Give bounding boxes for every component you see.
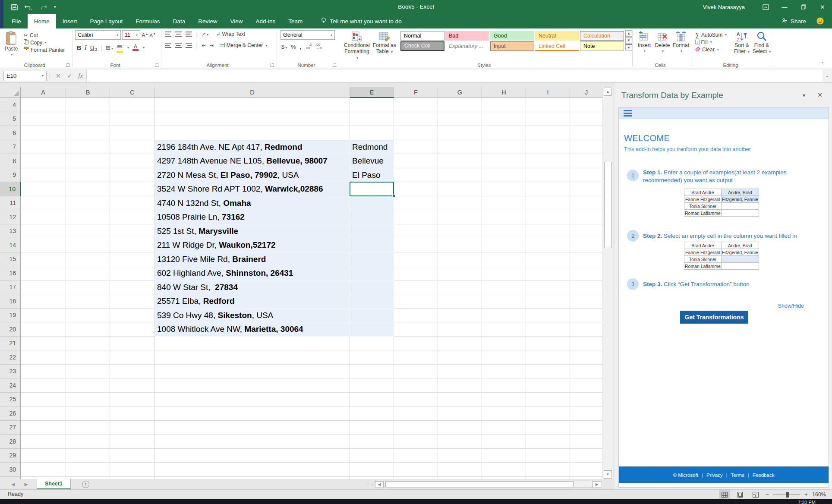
cell-D16[interactable]: 602 Highland Ave, Shinnston, 26431 — [155, 266, 350, 280]
show-hide-link[interactable]: Show/Hide — [778, 303, 804, 309]
cell-J18[interactable] — [570, 294, 602, 309]
increase-indent-icon[interactable]: ⇥ — [209, 43, 213, 48]
scroll-down-icon[interactable]: ▼ — [604, 470, 612, 479]
column-header-D[interactable]: D — [155, 87, 350, 98]
cell-A21[interactable] — [21, 337, 66, 351]
cell-B23[interactable] — [66, 365, 110, 379]
cell-E11[interactable] — [350, 196, 394, 211]
cell-J7[interactable] — [570, 140, 602, 154]
cell-H29[interactable] — [482, 449, 526, 463]
cell-H28[interactable] — [482, 435, 526, 449]
cell-E30[interactable] — [350, 463, 394, 477]
cell-I20[interactable] — [526, 322, 570, 337]
cell-E25[interactable] — [350, 393, 394, 407]
cell-D19[interactable]: 539 Co Hwy 48, Sikeston, USA — [155, 309, 350, 323]
menu-icon[interactable] — [624, 110, 632, 117]
borders-icon[interactable]: ⊞▾ — [106, 44, 113, 51]
cell-F13[interactable] — [394, 224, 438, 239]
cell-E4[interactable] — [350, 98, 394, 112]
column-header-E[interactable]: E — [350, 87, 394, 98]
cell-I4[interactable] — [526, 98, 570, 112]
cell-C26[interactable] — [110, 406, 155, 421]
cell-H21[interactable] — [482, 337, 526, 351]
cell-G12[interactable] — [438, 210, 482, 224]
cell-D26[interactable] — [155, 406, 350, 421]
align-bottom-icon[interactable] — [186, 32, 192, 37]
cell-J16[interactable] — [570, 266, 602, 280]
cell-J10[interactable] — [570, 182, 602, 196]
cell-E24[interactable] — [350, 378, 394, 393]
cell-F7[interactable] — [394, 140, 438, 154]
grow-font-icon[interactable]: A▲ — [142, 32, 148, 38]
column-header-G[interactable]: G — [438, 87, 482, 98]
cell-B10[interactable] — [66, 182, 110, 196]
row-header-4[interactable]: 4 — [0, 98, 21, 112]
cell-A22[interactable] — [21, 350, 66, 365]
cell-G16[interactable] — [438, 266, 482, 280]
cell-E12[interactable] — [350, 210, 394, 224]
row-header-28[interactable]: 28 — [0, 435, 21, 449]
cell-B28[interactable] — [66, 435, 110, 449]
select-all-corner[interactable] — [0, 87, 21, 98]
cancel-icon[interactable]: ✕ — [53, 72, 64, 79]
percent-style-icon[interactable]: % — [291, 44, 296, 50]
column-header-A[interactable]: A — [21, 87, 66, 98]
cell-E16[interactable] — [350, 266, 394, 280]
cut-button[interactable]: ✂Cut — [22, 32, 66, 39]
cell-D9[interactable]: 2720 N Mesa St, El Paso, 79902, USA — [155, 168, 350, 183]
align-center-icon[interactable] — [175, 43, 182, 48]
share-button[interactable]: Share — [782, 14, 806, 28]
cell-G25[interactable] — [438, 393, 482, 407]
cell-F15[interactable] — [394, 252, 438, 267]
sort-filter-button[interactable]: AZ Sort & Filter ▾ — [732, 30, 752, 55]
cell-G5[interactable] — [438, 112, 482, 126]
underline-button[interactable]: U▾ — [90, 44, 97, 51]
new-sheet-button[interactable]: + — [82, 481, 89, 488]
horizontal-scrollbar[interactable]: ◀ ▶ — [375, 481, 602, 488]
cell-D27[interactable] — [155, 421, 350, 435]
column-header-B[interactable]: B — [66, 87, 110, 98]
cell-I27[interactable] — [526, 421, 570, 435]
row-header-7[interactable]: 7 — [0, 140, 21, 154]
cell-B5[interactable] — [66, 112, 110, 126]
cell-D22[interactable] — [155, 350, 350, 365]
decrease-decimal-icon[interactable]: .00→.0 — [315, 43, 322, 50]
cell-D8[interactable]: 4297 148th Avenue NE L105, Bellevue, 980… — [155, 154, 350, 168]
tab-formulas[interactable]: Formulas — [129, 14, 166, 28]
cell-I24[interactable] — [526, 378, 570, 393]
footer-link-feedback[interactable]: Feedback — [753, 472, 775, 478]
cell-F12[interactable] — [394, 210, 438, 224]
cell-G17[interactable] — [438, 280, 482, 295]
cell-E17[interactable] — [350, 280, 394, 295]
comma-style-icon[interactable]: , — [300, 44, 302, 50]
row-header-15[interactable]: 15 — [0, 252, 21, 267]
row-header-14[interactable]: 14 — [0, 238, 21, 252]
cell-J24[interactable] — [570, 378, 602, 393]
cell-F25[interactable] — [394, 393, 438, 407]
cell-D14[interactable]: 211 W Ridge Dr, Waukon,52172 — [155, 238, 350, 252]
row-header-19[interactable]: 19 — [0, 309, 21, 323]
cell-C27[interactable] — [110, 421, 155, 435]
scroll-right-icon[interactable]: ▶ — [592, 481, 601, 487]
cell-I16[interactable] — [526, 266, 570, 280]
cell-D30[interactable] — [155, 463, 350, 477]
row-header-10[interactable]: 10 — [0, 182, 21, 196]
tab-add-ins[interactable]: Add-ins — [249, 14, 282, 28]
cell-G20[interactable] — [438, 322, 482, 337]
cell-H9[interactable] — [482, 168, 526, 183]
row-header-18[interactable]: 18 — [0, 294, 21, 309]
font-family-combo[interactable]: Calibri▾ — [75, 30, 121, 40]
cell-J29[interactable] — [570, 449, 602, 463]
cell-A27[interactable] — [21, 421, 66, 435]
cell-H30[interactable] — [482, 463, 526, 477]
number-dialog-launcher[interactable] — [333, 63, 337, 67]
cell-A5[interactable] — [21, 112, 66, 126]
cell-A28[interactable] — [21, 435, 66, 449]
cell-G13[interactable] — [438, 224, 482, 239]
zoom-level[interactable]: 160% — [812, 491, 826, 498]
fill-color-icon[interactable] — [117, 43, 123, 53]
cell-F11[interactable] — [394, 196, 438, 211]
cell-B24[interactable] — [66, 378, 110, 393]
row-header-9[interactable]: 9 — [0, 168, 21, 183]
tab-data[interactable]: Data — [167, 14, 192, 28]
